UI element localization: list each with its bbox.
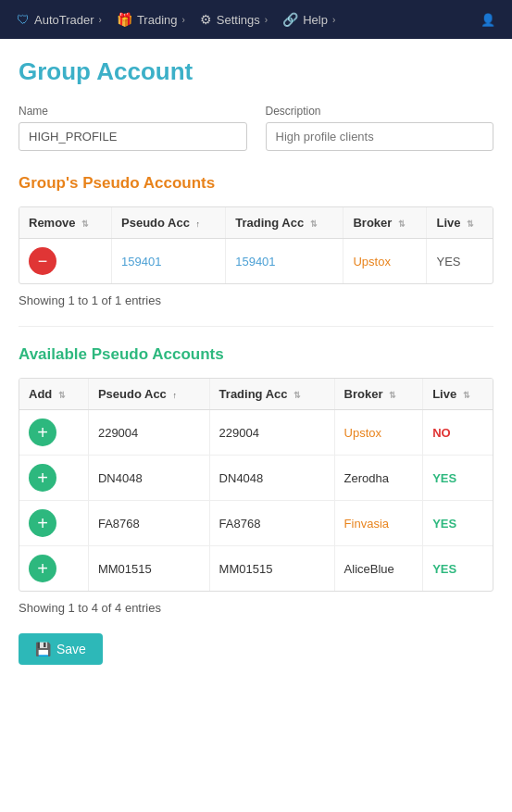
group-pseudo-accounts-table: Remove ⇅ Pseudo Acc ↑ Trading Acc ⇅ Brok… [19,207,493,283]
sort-icon: ⇅ [58,391,66,400]
nav-settings[interactable]: ⚙ Settings › [193,12,275,27]
help-icon: 🔗 [282,12,298,27]
group-pseudo-accounts-title: Group's Pseudo Accounts [19,174,493,193]
table-row: + 229004 229004 Upstox NO [19,410,493,456]
nav-help-label: Help [303,13,328,27]
available-pseudo-accounts-table: Add ⇅ Pseudo Acc ↑ Trading Acc ⇅ Broker … [19,379,493,591]
group-col-broker: Broker ⇅ [343,207,427,239]
pseudo-acc-cell: FA8768 [88,501,209,546]
add-button[interactable]: + [29,555,56,582]
autotrader-icon: 🛡 [17,12,30,27]
broker-cell: Upstox [334,410,423,456]
sort-icon: ⇅ [310,219,318,229]
chevron-icon: › [265,15,268,25]
chevron-icon: › [332,15,335,25]
broker-cell: Zerodha [334,456,423,501]
sort-icon: ⇅ [463,391,470,400]
nav-help[interactable]: 🔗 Help › [275,12,343,27]
group-pseudo-accounts-table-container: Remove ⇅ Pseudo Acc ↑ Trading Acc ⇅ Brok… [19,206,493,284]
add-button[interactable]: + [29,509,56,537]
save-button[interactable]: 💾 Save [19,633,103,665]
user-icon: 👤 [481,13,495,27]
settings-icon: ⚙ [200,12,212,27]
name-group: Name [19,105,247,151]
available-entries-text: Showing 1 to 4 of 4 entries [19,601,493,615]
live-cell: YES [427,239,493,284]
table-row: + DN4048 DN4048 Zerodha YES [19,456,493,501]
table-row: + FA8768 FA8768 Finvasia YES [19,501,493,546]
sort-icon: ⇅ [389,391,396,400]
available-col-broker: Broker ⇅ [334,379,423,410]
name-input[interactable] [19,122,247,151]
add-cell: + [19,546,88,592]
form-row: Name Description [19,105,493,151]
navbar: 🛡 AutoTrader › 🎁 Trading › ⚙ Settings › … [0,0,512,39]
table-row: + MM01515 MM01515 AliceBlue YES [19,546,493,592]
add-cell: + [19,501,88,546]
trading-acc-cell: FA8768 [209,501,334,546]
group-col-live: Live ⇅ [427,207,493,239]
broker-cell: Upstox [343,239,427,284]
nav-trading[interactable]: 🎁 Trading › [109,12,193,27]
add-button[interactable]: + [29,418,56,446]
available-pseudo-accounts-title: Available Pseudo Accounts [19,345,493,364]
nav-trading-label: Trading [137,13,178,27]
description-input[interactable] [266,122,494,151]
group-col-remove: Remove ⇅ [19,207,112,239]
group-col-pseudo-acc: Pseudo Acc ↑ [112,207,226,239]
nav-user[interactable]: 👤 [473,13,503,27]
pseudo-acc-cell: 229004 [88,410,209,456]
available-pseudo-accounts-table-container: Add ⇅ Pseudo Acc ↑ Trading Acc ⇅ Broker … [19,378,493,592]
add-cell: + [19,410,88,456]
live-cell: YES [423,546,493,592]
add-button[interactable]: + [29,464,56,492]
group-col-trading-acc: Trading Acc ⇅ [226,207,343,239]
chevron-icon: › [182,15,185,25]
nav-autotrader[interactable]: 🛡 AutoTrader › [9,12,109,27]
sort-icon: ↑ [196,219,201,229]
trading-acc-cell: DN4048 [209,456,334,501]
trading-icon: 🎁 [117,12,132,27]
trading-acc-cell: MM01515 [209,546,334,592]
trading-acc-cell: 229004 [209,410,334,456]
table-row: − 159401 159401 Upstox YES [19,239,493,284]
available-col-trading-acc: Trading Acc ⇅ [209,379,334,410]
trading-acc-cell: 159401 [226,239,343,284]
available-col-pseudo-acc: Pseudo Acc ↑ [88,379,209,410]
sort-icon: ⇅ [293,391,301,400]
broker-cell: AliceBlue [334,546,423,592]
pseudo-acc-cell: 159401 [112,239,226,284]
nav-autotrader-label: AutoTrader [34,13,94,27]
sort-icon: ⇅ [81,219,89,229]
group-table-header-row: Remove ⇅ Pseudo Acc ↑ Trading Acc ⇅ Brok… [19,207,493,239]
live-cell: NO [423,410,493,456]
chevron-icon: › [99,15,102,25]
sort-icon: ⇅ [467,219,474,229]
available-col-add: Add ⇅ [19,379,88,410]
live-cell: YES [423,501,493,546]
available-table-header-row: Add ⇅ Pseudo Acc ↑ Trading Acc ⇅ Broker … [19,379,493,410]
sort-icon: ↑ [172,391,177,400]
group-entries-text: Showing 1 to 1 of 1 entries [19,294,493,307]
divider [19,326,493,327]
pseudo-acc-cell: DN4048 [88,456,209,501]
description-group: Description [266,105,494,151]
pseudo-acc-cell: MM01515 [88,546,209,592]
sort-icon: ⇅ [398,219,406,229]
save-button-label: Save [56,642,86,656]
save-icon: 💾 [35,642,51,656]
page-content: Group Account Name Description Group's P… [0,39,512,693]
add-cell: + [19,456,88,501]
description-label: Description [266,105,494,118]
page-title: Group Account [19,57,493,86]
name-label: Name [19,105,247,118]
available-col-live: Live ⇅ [423,379,493,410]
nav-settings-label: Settings [217,13,260,27]
remove-button[interactable]: − [29,247,56,275]
broker-cell: Finvasia [334,501,423,546]
remove-cell: − [19,239,112,284]
live-cell: YES [423,456,493,501]
